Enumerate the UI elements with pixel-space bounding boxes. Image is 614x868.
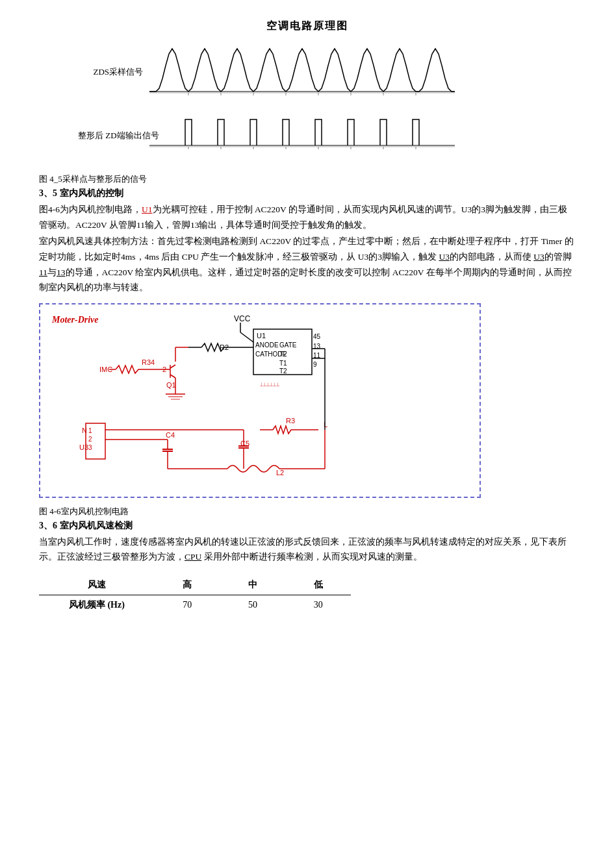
svg-text:2: 2	[88, 436, 92, 443]
svg-text:9: 9	[313, 361, 317, 368]
body-para-2: 室内风机风速具体控制方法：首先过零检测电路检测到 AC220V 的过零点，产生过…	[39, 234, 575, 295]
svg-text:ANODE: ANODE	[255, 341, 279, 349]
svg-text:T1: T1	[279, 360, 287, 367]
table-cell-70: 70	[155, 595, 220, 615]
svg-line-47	[170, 375, 175, 378]
svg-text:GATE: GATE	[279, 341, 297, 349]
section-35-title: 3、5 室内风机的控制	[39, 188, 575, 199]
svg-text:T2: T2	[279, 351, 287, 358]
waveform-row-2: 整形后 ZD端输出信号	[78, 110, 474, 162]
table-data-row: 风机频率 (Hz) 70 50 30	[39, 595, 351, 615]
svg-text:N: N	[82, 427, 87, 434]
body-para-1: 图4-6为内风机控制电路，U1为光耦可控硅，用于控制 AC220V 的导通时间，…	[39, 202, 575, 232]
waveform-label-1: ZDS采样信号	[78, 66, 149, 78]
table-header-high: 高	[155, 575, 220, 595]
svg-text:3: 3	[88, 444, 92, 451]
svg-text:L: L	[324, 421, 327, 428]
svg-text:L2: L2	[276, 469, 284, 477]
svg-text:U1: U1	[257, 332, 266, 340]
page-title: 空调电路原理图	[39, 19, 575, 33]
svg-line-44	[170, 365, 175, 368]
wind-speed-table: 风速 高 中 低 风机频率 (Hz) 70 50 30	[39, 575, 351, 615]
table-header-mid: 中	[220, 575, 286, 595]
caption-fig45: 图 4_5采样点与整形后的信号	[39, 173, 575, 185]
svg-text:⟂⟂⟂⟂⟂⟂: ⟂⟂⟂⟂⟂⟂	[260, 381, 280, 388]
svg-line-34	[240, 332, 253, 342]
table-header-row: 风速 高 中 低	[39, 575, 351, 595]
table-cell-50: 50	[220, 595, 286, 615]
caption-fig46: 图 4-6室内风机控制电路	[39, 506, 575, 517]
svg-text:U3: U3	[79, 443, 88, 451]
circuit-svg: VCC U1 ANODE GATE CATHODE T2 T1 T2 45 13…	[45, 310, 468, 485]
table-row-label: 风机频率 (Hz)	[39, 595, 155, 615]
table-header-label: 风速	[39, 575, 155, 595]
waveform-svg-1	[149, 46, 474, 98]
table-cell-30: 30	[285, 595, 351, 615]
table-section: 风速 高 中 低 风机频率 (Hz) 70 50 30	[39, 575, 575, 615]
svg-text:R3: R3	[286, 417, 295, 425]
svg-text:R34: R34	[142, 358, 155, 366]
section-36-title: 3、6 室内风机风速检测	[39, 520, 575, 532]
svg-text:VCC: VCC	[234, 314, 251, 323]
waveform-svg-2	[149, 110, 474, 162]
waveform-section: ZDS采样信号 整形后 ZD端输出信号	[78, 46, 575, 167]
table-header-low: 低	[285, 575, 351, 595]
circuit-diagram: Moter-Drive VCC U1 ANODE GATE CATHODE T2…	[39, 303, 481, 498]
svg-text:1: 1	[88, 427, 92, 434]
svg-text:C4: C4	[166, 431, 175, 439]
svg-text:T2: T2	[279, 367, 287, 375]
waveform-label-2: 整形后 ZD端输出信号	[78, 130, 149, 142]
svg-text:45: 45	[313, 333, 321, 340]
body-para-3: 当室内风机工作时，速度传感器将室内风机的转速以正弦波的形式反馈回来，正弦波的频率…	[39, 534, 575, 565]
svg-text:Q1: Q1	[166, 381, 176, 389]
circuit-inner: Moter-Drive VCC U1 ANODE GATE CATHODE T2…	[45, 310, 474, 491]
waveform-row-1: ZDS采样信号	[78, 46, 474, 98]
